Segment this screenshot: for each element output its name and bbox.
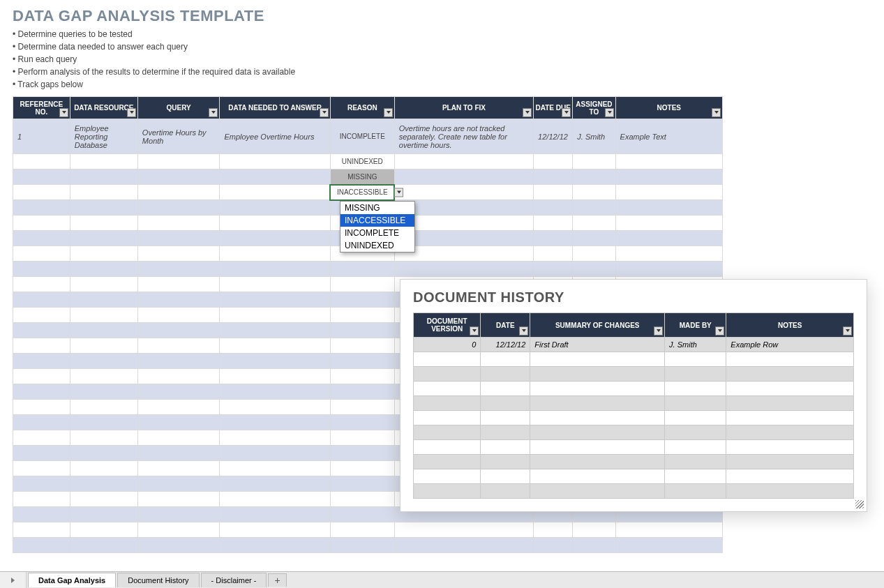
header-data-resource[interactable]: DATA RESOURCE (70, 97, 137, 119)
cell-reason[interactable]: INCOMPLETE (330, 119, 394, 154)
sheet-tabs-bar: Data Gap Analysis Document History - Dis… (0, 571, 884, 588)
table-row[interactable] (414, 469, 854, 484)
table-row[interactable] (13, 522, 723, 538)
table-row[interactable] (13, 538, 723, 553)
dropdown-option[interactable]: UNINDEXED (340, 239, 414, 252)
table-row[interactable]: UNINDEXED (13, 154, 723, 169)
filter-icon[interactable] (384, 108, 393, 117)
filter-icon[interactable] (59, 108, 68, 117)
table-header-row: DOCUMENT VERSION DATE SUMMARY OF CHANGES… (414, 313, 854, 338)
filter-icon[interactable] (523, 108, 532, 117)
table-row[interactable] (414, 352, 854, 367)
filter-icon[interactable] (843, 326, 852, 336)
cell-notes[interactable]: Example Text (615, 119, 722, 154)
table-row[interactable] (414, 367, 854, 382)
tab-disclaimer[interactable]: - Disclaimer - (201, 573, 267, 587)
header-date[interactable]: DATE (481, 313, 530, 338)
filter-icon[interactable] (712, 108, 721, 117)
filter-icon[interactable] (127, 108, 136, 117)
reason-dropdown[interactable]: MISSING INACCESSIBLE INCOMPLETE UNINDEXE… (340, 201, 415, 252)
history-title: DOCUMENT HISTORY (413, 289, 854, 306)
dropdown-option[interactable]: INCOMPLETE (340, 227, 414, 239)
table-row[interactable] (414, 382, 854, 396)
bullet-item: Run each query (13, 53, 871, 66)
header-query[interactable]: QUERY (137, 97, 220, 119)
table-row[interactable] (414, 411, 854, 425)
cell-due[interactable]: 12/12/12 (534, 119, 573, 154)
cell-assigned[interactable]: J. Smith (573, 119, 615, 154)
header-assigned-to[interactable]: ASSIGNED TO (573, 97, 615, 119)
filter-icon[interactable] (470, 326, 479, 336)
add-sheet-button[interactable]: + (268, 573, 286, 587)
filter-icon[interactable] (654, 326, 663, 336)
bullet-item: Determine data needed to answer each que… (13, 40, 871, 53)
header-reference-no[interactable]: REFERENCE NO. (13, 97, 70, 119)
table-row[interactable]: 1 Employee Reporting Database Overtime H… (13, 119, 723, 154)
header-plan-to-fix[interactable]: PLAN TO FIX (394, 97, 533, 119)
instructions-list: Determine queries to be tested Determine… (0, 27, 884, 96)
dropdown-option-selected[interactable]: INACCESSIBLE (340, 214, 414, 227)
cell-reason-active[interactable]: INACCESSIBLE (330, 185, 394, 200)
table-row[interactable]: 0 12/12/12 First Draft J. Smith Example … (414, 338, 854, 352)
page-title: DATA GAP ANALYSIS TEMPLATE (0, 0, 884, 27)
cell-reason[interactable]: UNINDEXED (330, 154, 394, 169)
tab-document-history[interactable]: Document History (117, 573, 199, 587)
bullet-item: Determine queries to be tested (13, 28, 871, 40)
table-row[interactable]: INACCESSIBLE (13, 185, 723, 200)
filter-icon[interactable] (562, 108, 571, 117)
table-row[interactable] (414, 455, 854, 469)
header-made-by[interactable]: MADE BY (665, 313, 726, 338)
header-reason[interactable]: REASON (330, 97, 394, 119)
cell-ref[interactable]: 1 (13, 119, 70, 154)
cell-resource[interactable]: Employee Reporting Database (70, 119, 137, 154)
header-data-needed[interactable]: DATA NEEDED TO ANSWER (220, 97, 330, 119)
cell-made-by[interactable]: J. Smith (665, 338, 726, 352)
table-row[interactable] (13, 262, 723, 277)
header-notes[interactable]: NOTES (726, 313, 854, 338)
history-table[interactable]: DOCUMENT VERSION DATE SUMMARY OF CHANGES… (413, 312, 854, 499)
bullet-item: Track gaps below (13, 78, 871, 91)
sheet-nav-button[interactable] (0, 572, 27, 588)
cell-reason[interactable]: MISSING (330, 169, 394, 185)
table-header-row: REFERENCE NO. DATA RESOURCE QUERY DATA N… (13, 97, 723, 119)
cell-notes[interactable]: Example Row (726, 338, 854, 352)
filter-icon[interactable] (519, 326, 528, 336)
header-summary[interactable]: SUMMARY OF CHANGES (530, 313, 665, 338)
cell-query[interactable]: Overtime Hours by Month (137, 119, 220, 154)
header-date-due[interactable]: DATE DUE (534, 97, 573, 119)
filter-icon[interactable] (320, 108, 329, 117)
table-row[interactable] (414, 440, 854, 455)
header-document-version[interactable]: DOCUMENT VERSION (414, 313, 481, 338)
table-row[interactable] (414, 396, 854, 411)
dropdown-option[interactable]: MISSING (340, 202, 414, 214)
resize-grip-icon[interactable] (855, 500, 864, 508)
cell-needed[interactable]: Employee Overtime Hours (220, 119, 330, 154)
table-row[interactable]: MISSING (13, 169, 723, 185)
document-history-panel[interactable]: DOCUMENT HISTORY DOCUMENT VERSION DATE S… (400, 279, 867, 512)
tab-data-gap-analysis[interactable]: Data Gap Analysis (28, 573, 116, 587)
header-notes[interactable]: NOTES (615, 97, 722, 119)
cell-date[interactable]: 12/12/12 (481, 338, 530, 352)
dropdown-arrow-icon[interactable] (394, 188, 403, 197)
table-row[interactable] (414, 484, 854, 499)
cell-plan[interactable]: Overtime hours are not tracked separatel… (394, 119, 533, 154)
filter-icon[interactable] (209, 108, 218, 117)
bullet-item: Perform analysis of the results to deter… (13, 66, 871, 78)
cell-summary[interactable]: First Draft (530, 338, 665, 352)
filter-icon[interactable] (715, 326, 724, 336)
cell-version[interactable]: 0 (414, 338, 481, 352)
table-row[interactable] (414, 425, 854, 440)
filter-icon[interactable] (605, 108, 614, 117)
